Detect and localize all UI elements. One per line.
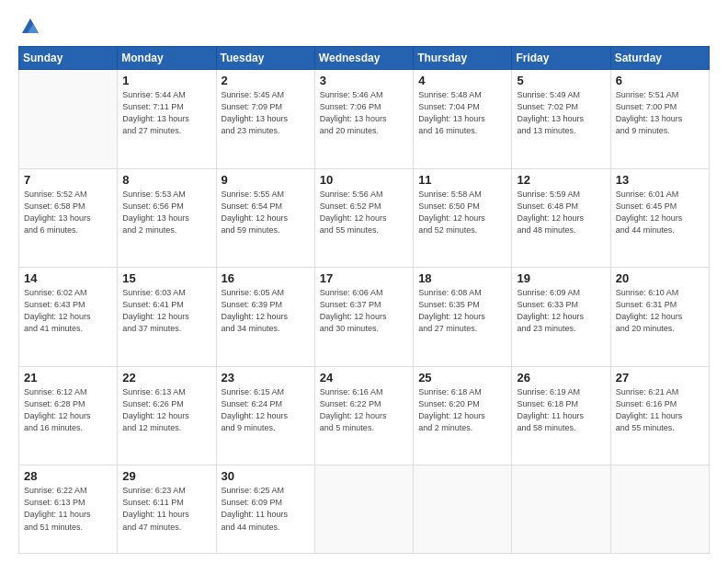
weekday-header-tuesday: Tuesday bbox=[216, 47, 314, 70]
day-info: Sunrise: 5:52 AM Sunset: 6:58 PM Dayligh… bbox=[24, 189, 112, 236]
day-number: 13 bbox=[616, 173, 704, 187]
day-number: 6 bbox=[616, 74, 704, 87]
day-number: 26 bbox=[517, 371, 605, 385]
day-info: Sunrise: 6:22 AM Sunset: 6:13 PM Dayligh… bbox=[24, 485, 112, 533]
day-info: Sunrise: 6:15 AM Sunset: 6:24 PM Dayligh… bbox=[222, 386, 310, 434]
day-number: 30 bbox=[222, 469, 310, 483]
day-number: 27 bbox=[616, 371, 704, 385]
day-info: Sunrise: 5:58 AM Sunset: 6:50 PM Dayligh… bbox=[418, 189, 506, 236]
day-number: 29 bbox=[122, 469, 210, 483]
calendar-header-row: SundayMondayTuesdayWednesdayThursdayFrid… bbox=[19, 47, 710, 70]
day-number: 9 bbox=[222, 173, 310, 187]
day-number: 3 bbox=[320, 74, 408, 87]
calendar-cell: 26Sunrise: 6:19 AM Sunset: 6:18 PM Dayli… bbox=[512, 366, 610, 465]
day-number: 23 bbox=[222, 371, 310, 385]
calendar-cell: 23Sunrise: 6:15 AM Sunset: 6:24 PM Dayli… bbox=[216, 366, 314, 465]
day-info: Sunrise: 6:01 AM Sunset: 6:45 PM Dayligh… bbox=[616, 189, 704, 236]
logo bbox=[18, 17, 40, 37]
calendar-cell: 24Sunrise: 6:16 AM Sunset: 6:22 PM Dayli… bbox=[314, 366, 413, 465]
calendar-cell bbox=[512, 465, 610, 554]
weekday-header-sunday: Sunday bbox=[19, 47, 118, 70]
day-info: Sunrise: 5:46 AM Sunset: 7:06 PM Dayligh… bbox=[320, 89, 408, 137]
weekday-header-friday: Friday bbox=[512, 47, 610, 70]
calendar-cell: 18Sunrise: 6:08 AM Sunset: 6:35 PM Dayli… bbox=[414, 268, 512, 367]
calendar-cell: 20Sunrise: 6:10 AM Sunset: 6:31 PM Dayli… bbox=[610, 268, 709, 367]
day-number: 12 bbox=[517, 173, 605, 187]
logo-icon bbox=[20, 17, 40, 37]
day-info: Sunrise: 6:10 AM Sunset: 6:31 PM Dayligh… bbox=[616, 287, 704, 335]
day-number: 21 bbox=[24, 371, 112, 385]
day-info: Sunrise: 6:03 AM Sunset: 6:41 PM Dayligh… bbox=[122, 287, 210, 335]
day-number: 18 bbox=[418, 271, 506, 285]
day-info: Sunrise: 6:05 AM Sunset: 6:39 PM Dayligh… bbox=[222, 287, 310, 335]
weekday-header-thursday: Thursday bbox=[414, 47, 512, 70]
calendar-cell: 5Sunrise: 5:49 AM Sunset: 7:02 PM Daylig… bbox=[512, 70, 610, 169]
calendar-cell bbox=[19, 70, 118, 169]
day-info: Sunrise: 6:16 AM Sunset: 6:22 PM Dayligh… bbox=[320, 386, 408, 434]
day-number: 7 bbox=[24, 173, 112, 187]
day-info: Sunrise: 5:59 AM Sunset: 6:48 PM Dayligh… bbox=[517, 189, 605, 236]
calendar-cell: 11Sunrise: 5:58 AM Sunset: 6:50 PM Dayli… bbox=[414, 168, 512, 268]
day-number: 8 bbox=[122, 173, 210, 187]
day-info: Sunrise: 6:25 AM Sunset: 6:09 PM Dayligh… bbox=[222, 485, 310, 533]
day-info: Sunrise: 6:21 AM Sunset: 6:16 PM Dayligh… bbox=[616, 386, 704, 434]
weekday-header-saturday: Saturday bbox=[610, 47, 709, 70]
day-number: 10 bbox=[320, 173, 408, 187]
calendar-table: SundayMondayTuesdayWednesdayThursdayFrid… bbox=[18, 46, 710, 554]
calendar-cell: 25Sunrise: 6:18 AM Sunset: 6:20 PM Dayli… bbox=[414, 366, 512, 465]
day-number: 25 bbox=[418, 371, 506, 385]
calendar-cell: 17Sunrise: 6:06 AM Sunset: 6:37 PM Dayli… bbox=[314, 268, 413, 367]
calendar-cell: 15Sunrise: 6:03 AM Sunset: 6:41 PM Dayli… bbox=[118, 268, 216, 367]
day-info: Sunrise: 5:44 AM Sunset: 7:11 PM Dayligh… bbox=[122, 89, 210, 137]
day-number: 5 bbox=[517, 74, 605, 87]
calendar-cell: 27Sunrise: 6:21 AM Sunset: 6:16 PM Dayli… bbox=[610, 366, 709, 465]
day-number: 11 bbox=[418, 173, 506, 187]
calendar-cell: 10Sunrise: 5:56 AM Sunset: 6:52 PM Dayli… bbox=[314, 168, 413, 268]
day-info: Sunrise: 6:02 AM Sunset: 6:43 PM Dayligh… bbox=[24, 287, 112, 335]
weekday-header-monday: Monday bbox=[118, 47, 216, 70]
calendar-cell: 3Sunrise: 5:46 AM Sunset: 7:06 PM Daylig… bbox=[314, 70, 413, 169]
calendar-cell: 28Sunrise: 6:22 AM Sunset: 6:13 PM Dayli… bbox=[19, 465, 118, 554]
calendar-cell: 14Sunrise: 6:02 AM Sunset: 6:43 PM Dayli… bbox=[19, 268, 118, 367]
calendar-cell: 13Sunrise: 6:01 AM Sunset: 6:45 PM Dayli… bbox=[610, 168, 709, 268]
day-number: 20 bbox=[616, 271, 704, 285]
day-number: 4 bbox=[418, 74, 506, 87]
day-info: Sunrise: 5:51 AM Sunset: 7:00 PM Dayligh… bbox=[616, 89, 704, 137]
day-number: 2 bbox=[222, 74, 310, 87]
day-number: 1 bbox=[122, 74, 210, 87]
calendar-cell: 21Sunrise: 6:12 AM Sunset: 6:28 PM Dayli… bbox=[19, 366, 118, 465]
day-info: Sunrise: 6:06 AM Sunset: 6:37 PM Dayligh… bbox=[320, 287, 408, 335]
calendar-cell: 29Sunrise: 6:23 AM Sunset: 6:11 PM Dayli… bbox=[118, 465, 216, 554]
header bbox=[18, 17, 710, 37]
day-info: Sunrise: 5:48 AM Sunset: 7:04 PM Dayligh… bbox=[418, 89, 506, 137]
day-info: Sunrise: 6:09 AM Sunset: 6:33 PM Dayligh… bbox=[517, 287, 605, 335]
day-info: Sunrise: 5:55 AM Sunset: 6:54 PM Dayligh… bbox=[222, 189, 310, 236]
calendar-week-row: 14Sunrise: 6:02 AM Sunset: 6:43 PM Dayli… bbox=[19, 268, 710, 367]
calendar-cell: 1Sunrise: 5:44 AM Sunset: 7:11 PM Daylig… bbox=[118, 70, 216, 169]
day-number: 24 bbox=[320, 371, 408, 385]
calendar-cell: 4Sunrise: 5:48 AM Sunset: 7:04 PM Daylig… bbox=[414, 70, 512, 169]
day-info: Sunrise: 6:19 AM Sunset: 6:18 PM Dayligh… bbox=[517, 386, 605, 434]
day-number: 28 bbox=[24, 469, 112, 483]
calendar-week-row: 21Sunrise: 6:12 AM Sunset: 6:28 PM Dayli… bbox=[19, 366, 710, 465]
day-info: Sunrise: 6:23 AM Sunset: 6:11 PM Dayligh… bbox=[122, 485, 210, 533]
day-info: Sunrise: 5:49 AM Sunset: 7:02 PM Dayligh… bbox=[517, 89, 605, 137]
day-number: 16 bbox=[222, 271, 310, 285]
page: SundayMondayTuesdayWednesdayThursdayFrid… bbox=[0, 0, 728, 563]
calendar-cell bbox=[314, 465, 413, 554]
calendar-cell: 16Sunrise: 6:05 AM Sunset: 6:39 PM Dayli… bbox=[216, 268, 314, 367]
day-info: Sunrise: 6:13 AM Sunset: 6:26 PM Dayligh… bbox=[122, 386, 210, 434]
day-info: Sunrise: 6:18 AM Sunset: 6:20 PM Dayligh… bbox=[418, 386, 506, 434]
day-info: Sunrise: 5:45 AM Sunset: 7:09 PM Dayligh… bbox=[222, 89, 310, 137]
calendar-cell: 6Sunrise: 5:51 AM Sunset: 7:00 PM Daylig… bbox=[610, 70, 709, 169]
day-number: 14 bbox=[24, 271, 112, 285]
calendar-cell: 9Sunrise: 5:55 AM Sunset: 6:54 PM Daylig… bbox=[216, 168, 314, 268]
day-info: Sunrise: 6:08 AM Sunset: 6:35 PM Dayligh… bbox=[418, 287, 506, 335]
weekday-header-wednesday: Wednesday bbox=[314, 47, 413, 70]
calendar-cell: 22Sunrise: 6:13 AM Sunset: 6:26 PM Dayli… bbox=[118, 366, 216, 465]
calendar-cell: 7Sunrise: 5:52 AM Sunset: 6:58 PM Daylig… bbox=[19, 168, 118, 268]
calendar-cell: 2Sunrise: 5:45 AM Sunset: 7:09 PM Daylig… bbox=[216, 70, 314, 169]
calendar-week-row: 1Sunrise: 5:44 AM Sunset: 7:11 PM Daylig… bbox=[19, 70, 710, 169]
calendar-week-row: 7Sunrise: 5:52 AM Sunset: 6:58 PM Daylig… bbox=[19, 168, 710, 268]
day-number: 19 bbox=[517, 271, 605, 285]
